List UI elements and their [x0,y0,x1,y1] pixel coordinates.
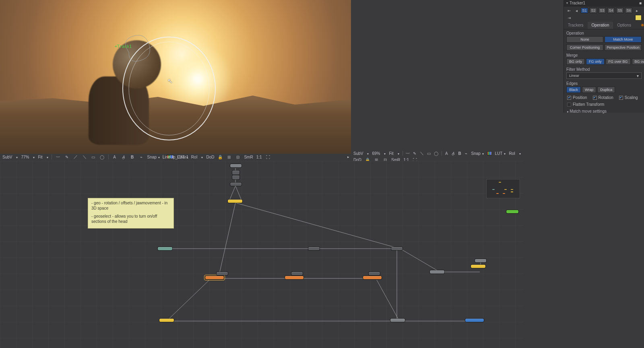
node-xform-b[interactable] [232,175,239,179]
viewer-left[interactable]: +Track1 ↖ [0,0,351,154]
grid-b-icon[interactable]: ⊟ [235,154,241,160]
script-s4[interactable]: S4 [607,8,615,13]
paint-icon[interactable]: ✎ [64,154,70,160]
node-render-a[interactable] [471,265,485,268]
prev-icon[interactable]: ◂ [574,8,579,13]
node-merge-1[interactable] [205,276,224,279]
edges-dup-button[interactable]: Duplica [597,86,615,93]
r-wave-icon[interactable]: 〰 [406,150,410,156]
op-none-button[interactable]: None [566,36,603,43]
node-bg-a[interactable] [217,272,228,275]
r-b-icon[interactable]: B [458,150,461,156]
navigator-highlight[interactable] [506,210,518,213]
node-pipe-c[interactable] [430,270,444,274]
op-corner-button[interactable]: Corner Positioning [566,44,603,51]
end-icon[interactable]: ⇥ [566,15,572,21]
snap-toggle[interactable]: Snap [147,155,160,159]
r-paint-icon[interactable]: ✎ [413,150,416,156]
r-fit-chevron-icon[interactable] [397,151,399,156]
collapse-icon[interactable]: ▾ [566,1,568,5]
flow-navigator[interactable] [486,179,520,198]
tab-operation[interactable]: Operation [588,22,613,29]
r-ab-icon[interactable]: A̱ [452,150,455,156]
a-outline-icon[interactable]: A [112,154,118,160]
op-matchmove-button[interactable]: Match Move [605,36,642,43]
flow-area[interactable]: - geo - rotation / offsets / jawmovement… [0,161,523,348]
lock-icon[interactable]: 🔒 [217,154,223,160]
panel-title-bar[interactable]: ▾ Tracker1 ■ [564,0,644,6]
chk-scaling[interactable]: ✔Scaling [619,95,638,100]
node-pipe-a[interactable] [308,247,320,250]
sticky-note-icon[interactable] [635,15,642,21]
settings-gear-icon[interactable]: ✺ [641,23,644,28]
tab-trackers[interactable]: Trackers [564,22,588,29]
node-xform-a[interactable] [232,171,239,175]
matchmove-settings-disclosure[interactable]: Match move settings [564,107,644,115]
node-cache-a[interactable] [475,259,486,262]
roi-toggle[interactable]: RoI [191,155,198,159]
grid-a-icon[interactable]: ⊞ [226,154,232,160]
script-s2[interactable]: S2 [590,8,597,13]
r-ellipse-icon[interactable]: ◯ [434,150,438,156]
r-roi-chevron-icon[interactable] [518,151,521,156]
node-out-a[interactable] [159,319,174,322]
b-bold-icon[interactable]: B [130,154,135,160]
flatten-row[interactable]: Flatten Transform [564,101,644,107]
r-zoom-chevron-icon[interactable] [383,151,386,156]
ellipse-icon[interactable]: ◯ [99,154,105,160]
dod-toggle[interactable]: DoD [206,155,214,159]
viewer-menu-arrow-icon[interactable]: ▸ [347,155,349,159]
filter-method-select[interactable]: Linear ▾ [566,72,642,79]
next-icon[interactable]: ▸ [634,8,640,13]
rect-icon[interactable]: ▭ [91,154,96,160]
r-chevron-icon[interactable] [366,151,369,156]
node-bg-c[interactable] [369,272,380,275]
node-merge-3[interactable] [363,276,382,279]
r-roi-toggle[interactable]: RoI [509,151,515,156]
r-a-icon[interactable]: A [445,150,448,156]
r-line-icon[interactable]: ＼ [420,150,424,156]
tab-options[interactable]: Options [613,22,635,29]
node-tracker[interactable] [228,200,242,203]
viewer-fit-r[interactable]: Fit [389,151,393,156]
r-lut-toggle[interactable]: LUT [495,151,506,156]
chk-rotation[interactable]: ✔Rotation [593,95,613,100]
home-start-icon[interactable]: ⇤ [566,8,572,13]
node-saver[interactable] [465,319,484,322]
r-rect-icon[interactable]: ▭ [427,150,431,156]
script-s5[interactable]: S5 [616,8,623,13]
script-s6[interactable]: S6 [625,8,632,13]
script-s1[interactable]: S1 [581,8,588,13]
merge-bgover-button[interactable]: BG ove [632,58,644,65]
merge-fgoverbg-button[interactable]: FG over BG [606,58,631,65]
close-icon[interactable]: ■ [639,1,642,5]
node-loader[interactable] [230,164,242,167]
viewer-zoom-r[interactable]: 69% [372,151,380,156]
node-pipe-b[interactable] [391,247,402,250]
node-xform-c[interactable] [230,183,242,186]
fit-chevron-down-icon[interactable] [46,155,48,159]
r-key-icon[interactable]: ⌁ [464,150,468,156]
node-merge-2[interactable] [285,276,303,279]
expand-icon[interactable]: ⛶ [265,154,271,160]
zoom-chevron-down-icon[interactable] [32,155,35,159]
viewer-fit[interactable]: Fit [38,155,42,159]
sticky-note[interactable]: - geo - rotation / offsets / jawmovement… [88,198,174,229]
op-perspective-button[interactable]: Perspective Position [605,44,642,51]
r-snap-toggle[interactable]: Snap [471,151,484,156]
wave-icon[interactable]: 〰 [55,154,61,160]
edges-wrap-button[interactable]: Wrap [582,86,596,93]
line-icon[interactable]: ＼ [82,154,87,160]
smr-toggle[interactable]: SmR [244,155,253,159]
script-s3[interactable]: S3 [599,8,606,13]
dropper-icon[interactable]: ／ [73,154,78,160]
viewer-right[interactable] [351,0,523,154]
key-icon[interactable]: ⌁ [138,154,144,160]
viewer-zoom[interactable]: 77% [21,155,29,159]
r-channel-swatch[interactable] [487,151,492,155]
roi-chevron-icon[interactable] [200,155,203,159]
chk-position[interactable]: ✔Position [567,95,587,100]
edges-black-button[interactable]: Black [566,86,581,93]
left-chevron-down-icon[interactable] [15,155,18,159]
ratio-toggle[interactable]: 1:1 [256,155,262,159]
